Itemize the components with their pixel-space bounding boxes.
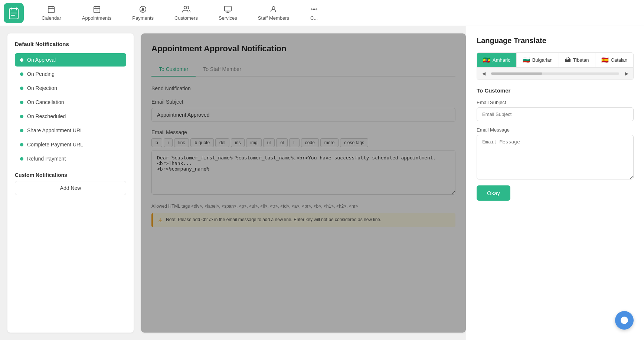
svg-rect-0 bbox=[9, 9, 18, 19]
svg-point-20 bbox=[311, 9, 312, 10]
center-content: Appointment Approval Notification To Cus… bbox=[141, 33, 466, 333]
email-message-translate-textarea[interactable] bbox=[477, 135, 634, 179]
svg-point-24 bbox=[624, 322, 625, 323]
app-logo[interactable] bbox=[4, 3, 24, 23]
main-wrapper: Default Notifications On Approval On Pen… bbox=[0, 26, 644, 340]
lang-tab-amharic[interactable]: 🇪🇹 Amharic bbox=[477, 53, 517, 67]
catalan-flag: 🇪🇸 bbox=[601, 56, 609, 64]
notification-nav-list: On Approval On Pending On Rejection On C… bbox=[15, 53, 126, 165]
top-navigation: Calendar Appointments Payments Customers… bbox=[0, 0, 644, 26]
amharic-flag: 🇪🇹 bbox=[483, 56, 490, 64]
scroll-left-arrow[interactable]: ◀ bbox=[480, 70, 487, 77]
language-panel-title: Language Translate bbox=[477, 36, 634, 45]
email-message-field-label: Email Message bbox=[477, 127, 634, 133]
sidebar-item-on-rejection[interactable]: On Rejection bbox=[15, 81, 126, 95]
sidebar-item-share-appointment-url[interactable]: Share Appointment URL bbox=[15, 124, 126, 137]
custom-notifications-label: Custom Notifications bbox=[15, 172, 126, 178]
lang-scrollbar-row: ◀ ▶ bbox=[477, 67, 633, 80]
okay-button[interactable]: Okay bbox=[477, 185, 510, 201]
left-sidebar: Default Notifications On Approval On Pen… bbox=[7, 33, 134, 333]
language-translate-panel: Language Translate 🇪🇹 Amharic 🇧🇬 Bulgari… bbox=[466, 26, 644, 340]
lang-tab-bulgarian[interactable]: 🇧🇬 Bulgarian bbox=[517, 53, 559, 67]
nav-item-calendar[interactable]: Calendar bbox=[31, 0, 72, 26]
svg-point-14 bbox=[140, 6, 146, 12]
nav-item-appointments[interactable]: Appointments bbox=[72, 0, 122, 26]
bulgarian-flag: 🇧🇬 bbox=[523, 56, 530, 64]
nav-item-services[interactable]: Services bbox=[208, 0, 248, 26]
nav-item-staff-members[interactable]: Staff Members bbox=[248, 0, 300, 26]
dot bbox=[20, 157, 23, 161]
lang-tab-catalan[interactable]: 🇪🇸 Catalan bbox=[595, 53, 633, 67]
sidebar-title: Default Notifications bbox=[15, 41, 126, 47]
sidebar-item-on-approval[interactable]: On Approval bbox=[15, 53, 126, 67]
lang-tab-tibetan[interactable]: 🏔 Tibetan bbox=[559, 53, 595, 67]
nav-item-payments[interactable]: Payments bbox=[122, 0, 164, 26]
sidebar-item-refund-payment[interactable]: Refund Payment bbox=[15, 152, 126, 165]
scrollbar-thumb bbox=[491, 72, 542, 75]
language-tabs-wrapper: 🇪🇹 Amharic 🇧🇬 Bulgarian 🏔 Tibetan 🇪🇸 Cat… bbox=[477, 52, 634, 80]
svg-point-15 bbox=[184, 6, 186, 9]
dot bbox=[20, 72, 23, 76]
scrollbar-track[interactable] bbox=[491, 72, 619, 75]
overlay-dim bbox=[141, 33, 466, 333]
dot bbox=[20, 101, 23, 104]
to-customer-heading: To Customer bbox=[477, 87, 634, 94]
dot bbox=[20, 87, 23, 90]
sidebar-item-on-pending[interactable]: On Pending bbox=[15, 67, 126, 81]
active-dot bbox=[20, 58, 23, 62]
sidebar-item-on-rescheduled[interactable]: On Rescheduled bbox=[15, 110, 126, 123]
language-tabs-row: 🇪🇹 Amharic 🇧🇬 Bulgarian 🏔 Tibetan 🇪🇸 Cat… bbox=[477, 53, 633, 67]
nav-item-customers[interactable]: Customers bbox=[164, 0, 208, 26]
add-new-button[interactable]: Add New bbox=[15, 181, 126, 195]
floating-help-button[interactable] bbox=[615, 311, 634, 330]
dot bbox=[20, 143, 23, 146]
nav-item-more[interactable]: C... bbox=[300, 0, 328, 26]
nav-items: Calendar Appointments Payments Customers… bbox=[31, 0, 640, 26]
svg-point-22 bbox=[316, 9, 317, 10]
scroll-right-arrow[interactable]: ▶ bbox=[623, 70, 630, 77]
dot bbox=[20, 115, 23, 118]
svg-point-21 bbox=[314, 9, 315, 10]
svg-point-19 bbox=[272, 6, 275, 9]
svg-rect-5 bbox=[48, 6, 55, 12]
svg-rect-9 bbox=[94, 6, 100, 12]
email-subject-translate-input[interactable] bbox=[477, 107, 634, 121]
email-subject-field-label: Email Subject bbox=[477, 100, 634, 105]
dot bbox=[20, 129, 23, 132]
sidebar-item-on-cancellation[interactable]: On Cancellation bbox=[15, 95, 126, 109]
sidebar-item-complete-payment-url[interactable]: Complete Payment URL bbox=[15, 138, 126, 151]
tibetan-flag: 🏔 bbox=[565, 57, 571, 64]
svg-rect-16 bbox=[225, 6, 231, 11]
